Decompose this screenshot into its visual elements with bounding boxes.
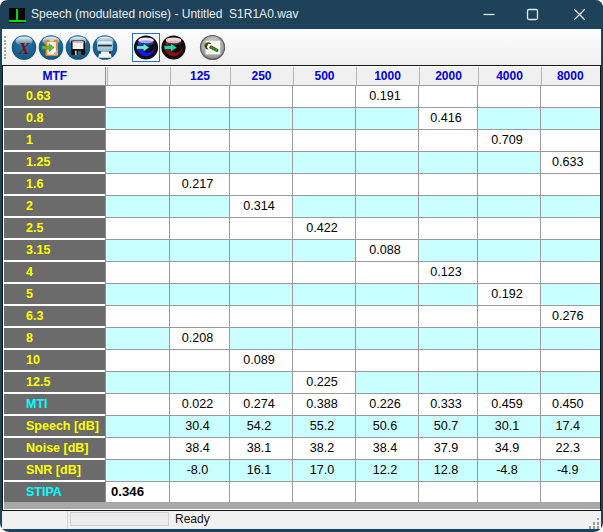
svg-text:X: X	[18, 39, 31, 58]
